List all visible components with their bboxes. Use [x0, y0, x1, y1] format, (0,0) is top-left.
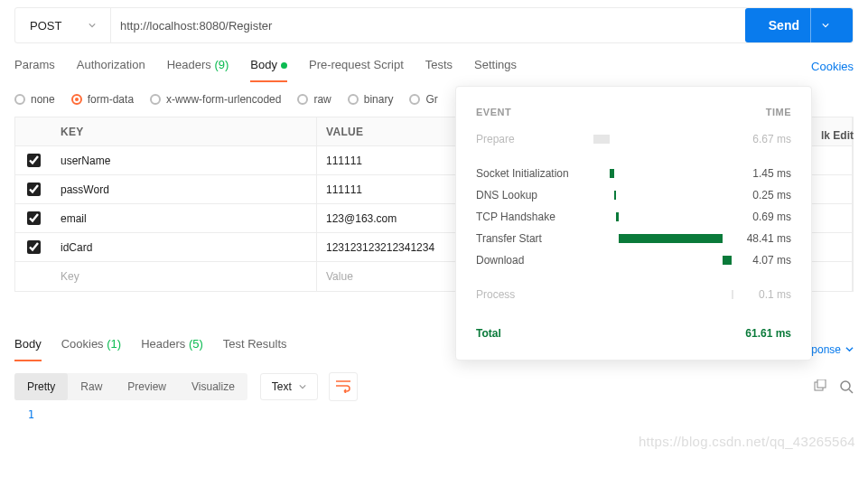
timing-popup: EVENT TIME Prepare6.67 msSocket Initiali…: [455, 86, 812, 361]
mode-pretty[interactable]: Pretty: [14, 373, 68, 400]
timing-row: Prepare6.67 ms: [476, 128, 791, 150]
response-code-area: 1: [14, 408, 854, 421]
send-button[interactable]: Send: [745, 8, 853, 42]
key-input[interactable]: Key: [51, 262, 317, 291]
svg-rect-2: [817, 379, 826, 388]
radio-none[interactable]: none: [14, 93, 55, 106]
radio-xwww[interactable]: x-www-form-urlencoded: [150, 93, 281, 106]
tab-settings[interactable]: Settings: [474, 58, 517, 82]
tab-authorization[interactable]: Authorization: [77, 58, 145, 82]
resp-tab-body[interactable]: Body: [14, 337, 42, 361]
line-number: 1: [14, 408, 42, 421]
request-bar: POST http://localhost:8080/Register Send: [14, 7, 854, 43]
key-cell[interactable]: passWord: [51, 175, 317, 203]
bulk-edit-link[interactable]: lk Edit: [821, 129, 854, 142]
copy-icon[interactable]: [812, 379, 826, 394]
timing-row: DNS Lookup0.25 ms: [476, 184, 791, 206]
response-type-select[interactable]: Text: [260, 373, 318, 400]
timing-row: Download4.07 ms: [476, 249, 791, 271]
method-select[interactable]: POST: [15, 8, 111, 42]
request-tabs: Params Authorization Headers (9) Body Pr…: [0, 43, 868, 82]
search-icon[interactable]: [839, 379, 854, 394]
event-header: EVENT: [476, 107, 511, 117]
tab-prerequest[interactable]: Pre-request Script: [309, 58, 404, 82]
timing-row: TCP Handshake0.69 ms: [476, 206, 791, 228]
mode-visualize[interactable]: Visualize: [179, 373, 247, 400]
tab-body[interactable]: Body: [250, 58, 287, 82]
row-checkbox[interactable]: [27, 240, 41, 254]
send-dropdown[interactable]: [810, 8, 829, 42]
method-value: POST: [30, 19, 61, 33]
resp-tab-cookies[interactable]: Cookies (1): [61, 337, 121, 361]
radio-binary[interactable]: binary: [348, 93, 394, 106]
code-body[interactable]: [42, 408, 854, 421]
key-cell[interactable]: userName: [51, 146, 317, 174]
chevron-down-icon: [299, 383, 306, 390]
header-key: KEY: [51, 117, 317, 145]
row-checkbox[interactable]: [27, 183, 41, 196]
key-cell[interactable]: idCard: [51, 233, 317, 261]
timing-row: Transfer Start48.41 ms: [476, 228, 791, 249]
time-header: TIME: [766, 107, 791, 117]
svg-point-3: [841, 381, 850, 390]
url-input[interactable]: http://localhost:8080/Register: [111, 8, 736, 42]
chevron-down-icon: [89, 22, 96, 29]
mode-preview[interactable]: Preview: [115, 373, 179, 400]
key-cell[interactable]: email: [51, 204, 317, 232]
tab-headers[interactable]: Headers (9): [167, 58, 229, 82]
viewer-bar: Pretty Raw Preview Visualize Text: [0, 361, 868, 401]
total-value: 61.61 ms: [745, 327, 791, 340]
timing-row: Process0.1 ms: [476, 284, 791, 305]
radio-graphql[interactable]: Gr: [409, 93, 437, 106]
cookies-link[interactable]: Cookies: [811, 60, 854, 82]
chevron-down-icon: [845, 345, 854, 353]
modified-dot-icon: [281, 62, 287, 69]
tab-params[interactable]: Params: [14, 58, 55, 82]
timing-row: Socket Initialization1.45 ms: [476, 163, 791, 184]
resp-tab-test-results[interactable]: Test Results: [223, 337, 287, 361]
resp-tab-headers[interactable]: Headers (5): [141, 337, 203, 361]
watermark: https://blog.csdn.net/qq_43265564: [639, 434, 855, 449]
total-label: Total: [476, 327, 501, 340]
mode-raw[interactable]: Raw: [68, 373, 115, 400]
radio-form-data[interactable]: form-data: [71, 93, 134, 106]
wrap-lines-button[interactable]: [329, 372, 358, 401]
chevron-down-icon: [822, 22, 829, 29]
row-checkbox[interactable]: [27, 211, 41, 225]
radio-raw[interactable]: raw: [297, 93, 331, 106]
tab-tests[interactable]: Tests: [425, 58, 453, 82]
wrap-icon: [336, 380, 350, 393]
row-checkbox[interactable]: [27, 154, 41, 167]
